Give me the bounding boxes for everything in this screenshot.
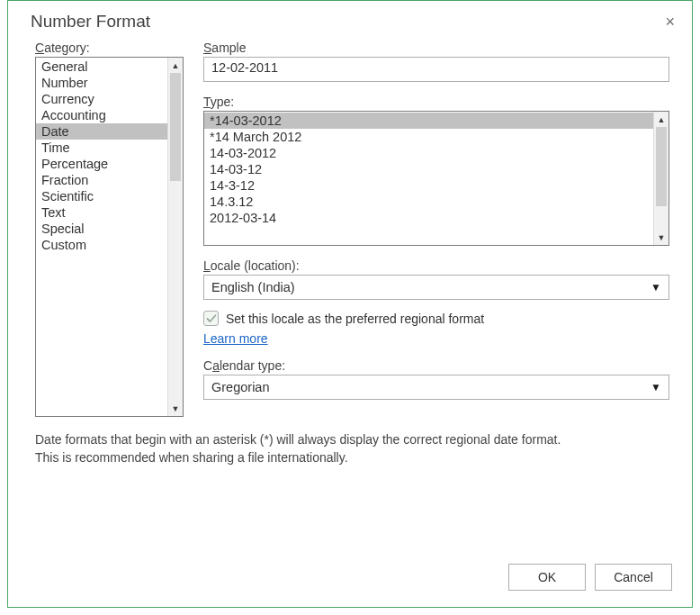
sample-display: 12-02-2011 — [203, 57, 669, 82]
category-item[interactable]: General — [36, 59, 167, 75]
calendar-type-value: Gregorian — [211, 380, 269, 394]
number-format-dialog: Number Format × Category: GeneralNumberC… — [7, 0, 693, 608]
category-item[interactable]: Accounting — [36, 107, 167, 123]
category-item[interactable]: Special — [36, 221, 167, 237]
type-item[interactable]: *14-03-2012 — [204, 113, 653, 129]
locale-label: Locale (location): — [203, 258, 669, 273]
category-label: Category: — [35, 41, 184, 55]
scroll-up-icon[interactable]: ▲ — [168, 58, 183, 73]
calendar-type-dropdown[interactable]: Gregorian ▼ — [203, 375, 669, 400]
type-listbox[interactable]: *14-03-2012*14 March 201214-03-201214-03… — [203, 111, 669, 246]
type-item[interactable]: 2012-03-14 — [204, 210, 653, 226]
sample-label: Sample — [203, 41, 669, 55]
chevron-down-icon: ▼ — [651, 381, 661, 393]
titlebar: Number Format × — [8, 1, 692, 37]
type-item[interactable]: 14-03-12 — [204, 161, 653, 177]
type-label: Type: — [203, 95, 669, 109]
scroll-thumb[interactable] — [170, 73, 181, 181]
category-listbox[interactable]: GeneralNumberCurrencyAccountingDateTimeP… — [35, 57, 184, 417]
scroll-down-icon[interactable]: ▼ — [654, 230, 669, 245]
close-icon[interactable]: × — [661, 12, 678, 32]
category-item[interactable]: Time — [36, 140, 167, 156]
type-item[interactable]: 14-3-12 — [204, 177, 653, 194]
calendar-type-label: Calendar type: — [203, 358, 669, 373]
dialog-footer: OK Cancel — [8, 551, 692, 607]
category-scrollbar[interactable]: ▲ ▼ — [167, 58, 183, 416]
type-scrollbar[interactable]: ▲ ▼ — [653, 112, 669, 245]
category-item[interactable]: Text — [36, 204, 167, 221]
scroll-down-icon[interactable]: ▼ — [168, 401, 183, 416]
category-item[interactable]: Number — [36, 75, 167, 91]
type-item[interactable]: 14.3.12 — [204, 194, 653, 210]
preferred-locale-label: Set this locale as the preferred regiona… — [226, 312, 484, 326]
ok-button[interactable]: OK — [508, 564, 586, 591]
category-item[interactable]: Scientific — [36, 188, 167, 204]
type-item[interactable]: 14-03-2012 — [204, 145, 653, 161]
learn-more-link[interactable]: Learn more — [203, 331, 669, 346]
category-item[interactable]: Currency — [36, 91, 167, 107]
category-item[interactable]: Custom — [36, 237, 167, 253]
locale-value: English (India) — [211, 280, 295, 294]
preferred-locale-checkbox[interactable] — [203, 311, 219, 326]
type-item[interactable]: *14 March 2012 — [204, 129, 653, 145]
locale-dropdown[interactable]: English (India) ▼ — [203, 275, 669, 300]
scroll-up-icon[interactable]: ▲ — [654, 112, 669, 127]
help-text: Date formats that begin with an asterisk… — [8, 421, 692, 467]
dialog-title: Number Format — [31, 12, 150, 32]
category-item[interactable]: Date — [36, 123, 167, 140]
scroll-thumb[interactable] — [656, 127, 667, 206]
cancel-button[interactable]: Cancel — [595, 564, 672, 591]
category-item[interactable]: Percentage — [36, 156, 167, 172]
check-icon — [206, 313, 217, 324]
category-item[interactable]: Fraction — [36, 172, 167, 188]
chevron-down-icon: ▼ — [651, 281, 661, 294]
